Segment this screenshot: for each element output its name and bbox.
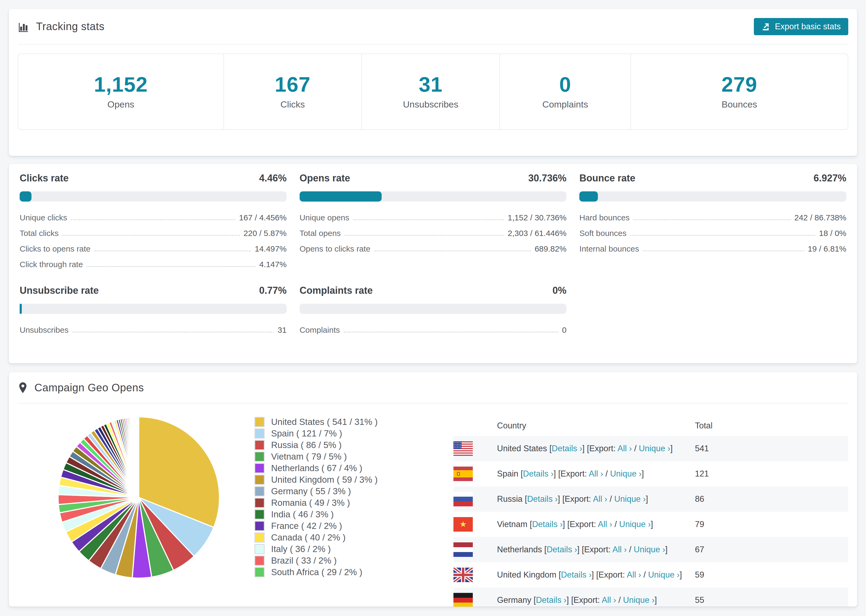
export-unique-link-vn[interactable]: Unique › — [619, 520, 650, 529]
rate-title-complaints: Complaints rate — [299, 285, 373, 296]
rate-row-label: Soft bounces — [579, 229, 627, 237]
export-all-link-gb[interactable]: All › — [627, 570, 641, 580]
export-all-link-es[interactable]: All › — [589, 469, 603, 478]
flag-icon-ru — [453, 492, 473, 506]
stat-label-bounces: Bounces — [721, 99, 757, 110]
legend-label: Romania ( 49 / 3% ) — [271, 498, 350, 508]
flag-icon-gb — [453, 567, 473, 582]
legend-item-romania: Romania ( 49 / 3% ) — [254, 497, 443, 509]
dotted-leader — [62, 235, 239, 236]
export-all-link-nl[interactable]: All › — [612, 545, 627, 554]
table-row-united-states: United States [Details ›] [Export: All ›… — [453, 436, 848, 461]
dotted-leader — [87, 266, 255, 267]
export-all-link-de[interactable]: All › — [601, 595, 616, 605]
dotted-leader — [345, 235, 504, 236]
progress-fill-unsubscribe — [20, 304, 22, 314]
details-link-vn[interactable]: Details › — [532, 520, 563, 529]
export-all-link-ru[interactable]: All › — [593, 494, 607, 504]
rate-row-label: Internal bounces — [579, 245, 639, 253]
export-unique-link-nl[interactable]: Unique › — [634, 545, 665, 554]
country-cell: United States [Details ›] [Export: All ›… — [453, 441, 695, 456]
progress-fill-bounce — [579, 191, 598, 201]
tracking-stats-header: Tracking stats Export basic stats — [9, 9, 857, 44]
progress-fill-clicks — [20, 191, 31, 201]
export-unique-link-us[interactable]: Unique › — [639, 444, 670, 453]
summary-stats-box: 1,152Opens167Clicks31Unsubscribes0Compla… — [18, 53, 848, 130]
legend-item-russia: Russia ( 86 / 5% ) — [254, 439, 443, 451]
export-unique-link-de[interactable]: Unique › — [623, 595, 655, 605]
pie-slice-other-40[interactable] — [138, 417, 139, 498]
country-cell: Russia [Details ›] [Export: All › / Uniq… — [453, 492, 695, 506]
export-icon — [761, 22, 770, 31]
geo-table-header: Country Total — [453, 415, 848, 436]
export-unique-link-ru[interactable]: Unique › — [614, 494, 646, 504]
country-text: Germany [Details ›] [Export: All › / Uni… — [497, 595, 657, 605]
stat-value-opens: 1,152 — [94, 74, 148, 95]
legend-swatch — [254, 544, 265, 554]
export-unique-link-gb[interactable]: Unique › — [648, 570, 680, 580]
progress-bar-unsubscribe — [20, 304, 287, 314]
details-link-gb[interactable]: Details › — [561, 570, 592, 580]
table-row-spain: Spain [Details ›] [Export: All › / Uniqu… — [453, 461, 848, 486]
details-link-de[interactable]: Details › — [536, 595, 567, 605]
flag-icon-nl — [453, 542, 473, 557]
details-link-ru[interactable]: Details › — [527, 494, 558, 504]
stat-label-opens: Opens — [107, 99, 134, 110]
legend-label: France ( 42 / 2% ) — [271, 521, 342, 531]
rate-row-value: 14.497% — [255, 245, 287, 253]
stat-bounces: 279Bounces — [631, 54, 848, 129]
legend-item-france: France ( 42 / 2% ) — [254, 520, 443, 532]
legend-label: India ( 46 / 3% ) — [271, 509, 334, 520]
legend-item-germany: Germany ( 55 / 3% ) — [254, 486, 443, 497]
export-basic-stats-label: Export basic stats — [775, 22, 841, 31]
country-cell: Vietnam [Details ›] [Export: All › / Uni… — [453, 517, 695, 532]
details-link-es[interactable]: Details › — [523, 469, 554, 478]
progress-bar-opens — [299, 191, 567, 201]
rate-row-value: 19 / 6.81% — [808, 245, 846, 253]
legend-label: Italy ( 36 / 2% ) — [271, 544, 331, 554]
campaign-geo-opens-title: Campaign Geo Opens — [35, 382, 144, 394]
details-link-nl[interactable]: Details › — [546, 545, 577, 554]
rate-row-internal-bounces: Internal bounces19 / 6.81% — [579, 245, 846, 253]
export-all-link-us[interactable]: All › — [617, 444, 632, 453]
rate-row-hard-bounces: Hard bounces242 / 86.738% — [579, 214, 846, 222]
country-cell: United Kingdom [Details ›] [Export: All … — [453, 567, 695, 582]
stat-value-complaints: 0 — [559, 74, 571, 95]
rate-row-label: Unsubscribes — [20, 326, 69, 334]
bar-chart-icon — [18, 21, 30, 33]
campaign-geo-opens-card: Campaign Geo Opens United States ( 541 /… — [9, 372, 857, 607]
rate-value-complaints: 0% — [553, 285, 567, 296]
export-all-link-vn[interactable]: All › — [598, 520, 612, 529]
rate-head-clicks: Clicks rate4.46% — [20, 173, 287, 184]
legend-item-united-states: United States ( 541 / 31% ) — [254, 416, 443, 427]
stat-value-clicks: 167 — [275, 74, 311, 95]
rate-row-opens-to-clicks-rate: Opens to clicks rate689.82% — [299, 245, 567, 253]
rate-row-total-clicks: Total clicks220 / 5.87% — [20, 229, 287, 237]
legend-label: United Kingdom ( 59 / 3% ) — [271, 475, 378, 485]
legend-label: Spain ( 121 / 7% ) — [271, 428, 342, 438]
country-cell: Germany [Details ›] [Export: All › / Uni… — [453, 593, 695, 607]
rate-rows-bounce: Hard bounces242 / 86.738%Soft bounces18 … — [579, 214, 846, 253]
rate-row-value: 0 — [562, 326, 567, 334]
rate-block-clicks: Clicks rate4.46%Unique clicks167 / 4.456… — [20, 173, 287, 269]
legend-item-brazil: Brazil ( 33 / 2% ) — [254, 555, 443, 566]
legend-item-canada: Canada ( 40 / 2% ) — [254, 532, 443, 543]
details-link-us[interactable]: Details › — [552, 444, 582, 453]
export-basic-stats-button[interactable]: Export basic stats — [754, 18, 848, 35]
stat-label-complaints: Complaints — [542, 99, 588, 110]
progress-fill-opens — [299, 191, 382, 201]
rate-row-value: 167 / 4.456% — [239, 214, 287, 222]
legend-swatch — [254, 567, 265, 577]
progress-bar-complaints — [299, 304, 567, 314]
flag-icon-us — [453, 441, 473, 456]
export-unique-link-es[interactable]: Unique › — [610, 469, 641, 478]
rate-row-click-through-rate: Click through rate4.147% — [20, 260, 287, 269]
legend-label: Vietnam ( 79 / 5% ) — [271, 451, 347, 462]
rate-head-unsubscribe: Unsubscribe rate0.77% — [20, 285, 287, 297]
rate-row-value: 1,152 / 30.736% — [508, 214, 567, 222]
dotted-leader — [374, 250, 531, 251]
table-row-germany: Germany [Details ›] [Export: All › / Uni… — [453, 588, 848, 607]
rate-head-opens: Opens rate30.736% — [299, 173, 567, 184]
legend-swatch — [254, 440, 265, 450]
legend-swatch — [254, 463, 265, 473]
